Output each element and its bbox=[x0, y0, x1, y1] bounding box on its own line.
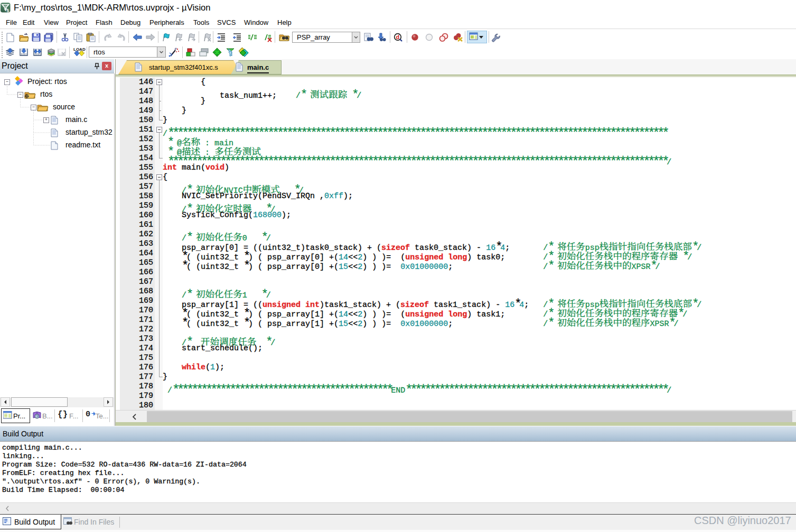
svg-text:LOAD: LOAD bbox=[73, 47, 86, 52]
svg-text:5: 5 bbox=[7, 8, 10, 13]
svg-text:d: d bbox=[396, 34, 400, 40]
svg-text:?: ? bbox=[36, 414, 39, 419]
